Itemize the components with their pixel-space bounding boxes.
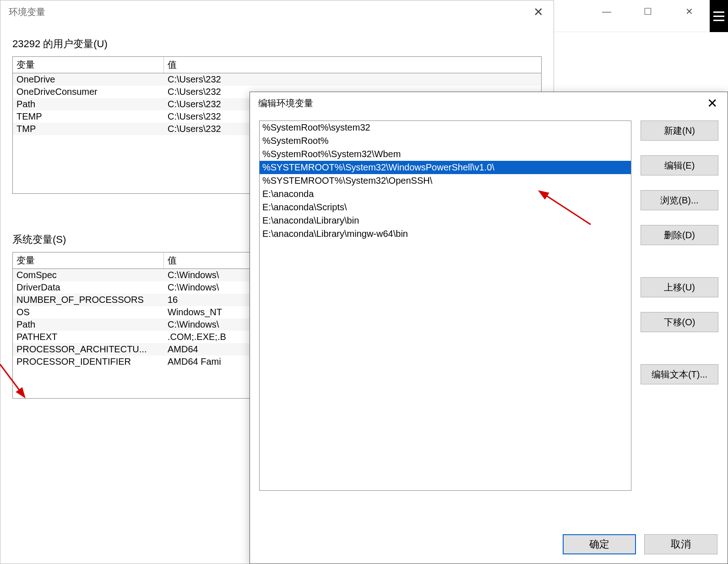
path-entries-list[interactable]: %SystemRoot%\system32%SystemRoot%%System… bbox=[259, 120, 631, 491]
var-name: PATHEXT bbox=[13, 331, 164, 343]
edit-dialog-titlebar: 编辑环境变量 ✕ bbox=[250, 92, 728, 114]
var-name: TEMP bbox=[13, 110, 164, 123]
var-name: OS bbox=[13, 306, 164, 318]
edit-dialog-title: 编辑环境变量 bbox=[258, 97, 313, 110]
list-item[interactable]: E:\anaconda\Library\bin bbox=[260, 214, 631, 227]
list-item[interactable]: %SystemRoot%\System32\Wbem bbox=[260, 148, 631, 161]
list-item[interactable]: %SystemRoot% bbox=[260, 134, 631, 148]
close-icon[interactable]: ✕ bbox=[703, 96, 721, 111]
var-name: Path bbox=[13, 98, 164, 110]
list-item[interactable]: %SYSTEMROOT%\System32\OpenSSH\ bbox=[260, 174, 631, 187]
column-header-name[interactable]: 变量 bbox=[13, 57, 164, 73]
table-row[interactable]: OneDriveC:\Users\232 bbox=[13, 73, 541, 86]
side-button-column: 新建(N) 编辑(E) 浏览(B)... 删除(D) 上移(U) 下移(O) 编… bbox=[641, 120, 718, 491]
list-item[interactable]: E:\anaconda\Library\mingw-w64\bin bbox=[260, 227, 631, 241]
hamburger-icon[interactable] bbox=[710, 0, 728, 32]
move-up-button[interactable]: 上移(U) bbox=[641, 277, 718, 297]
var-name: DriverData bbox=[13, 281, 164, 294]
minimize-button[interactable]: — bbox=[586, 0, 627, 23]
edit-text-button[interactable]: 编辑文本(T)... bbox=[641, 364, 718, 384]
list-item[interactable]: %SYSTEMROOT%\System32\WindowsPowerShell\… bbox=[260, 161, 631, 174]
delete-button[interactable]: 删除(D) bbox=[641, 225, 718, 245]
close-button[interactable]: ✕ bbox=[668, 0, 710, 23]
env-dialog-titlebar: 环境变量 ✕ bbox=[0, 0, 554, 23]
cancel-button[interactable]: 取消 bbox=[644, 534, 717, 554]
ok-button[interactable]: 确定 bbox=[563, 534, 636, 554]
maximize-button[interactable]: ☐ bbox=[627, 0, 668, 23]
var-name: NUMBER_OF_PROCESSORS bbox=[13, 294, 164, 306]
var-value: C:\Users\232 bbox=[164, 73, 541, 86]
var-name: Path bbox=[13, 318, 164, 331]
var-name: PROCESSOR_ARCHITECTU... bbox=[13, 343, 164, 356]
edit-environment-variable-dialog: 编辑环境变量 ✕ %SystemRoot%\system32%SystemRoo… bbox=[250, 92, 728, 564]
var-name: TMP bbox=[13, 123, 164, 135]
edit-button[interactable]: 编辑(E) bbox=[641, 155, 718, 175]
var-name: ComSpec bbox=[13, 269, 164, 281]
column-header-name[interactable]: 变量 bbox=[13, 252, 164, 268]
var-name: OneDriveConsumer bbox=[13, 86, 164, 98]
list-item[interactable]: E:\anaconda\Scripts\ bbox=[260, 201, 631, 214]
column-header-value[interactable]: 值 bbox=[164, 57, 541, 73]
new-button[interactable]: 新建(N) bbox=[641, 120, 718, 141]
list-item[interactable]: %SystemRoot%\system32 bbox=[260, 121, 631, 134]
move-down-button[interactable]: 下移(O) bbox=[641, 312, 718, 332]
env-dialog-title: 环境变量 bbox=[9, 6, 45, 18]
browse-button[interactable]: 浏览(B)... bbox=[641, 190, 718, 210]
list-item[interactable]: E:\anaconda bbox=[260, 187, 631, 201]
user-variables-label: 23292 的用户变量(U) bbox=[12, 37, 542, 51]
var-name: PROCESSOR_IDENTIFIER bbox=[13, 356, 164, 368]
close-icon[interactable]: ✕ bbox=[527, 5, 550, 19]
var-name: OneDrive bbox=[13, 73, 164, 86]
